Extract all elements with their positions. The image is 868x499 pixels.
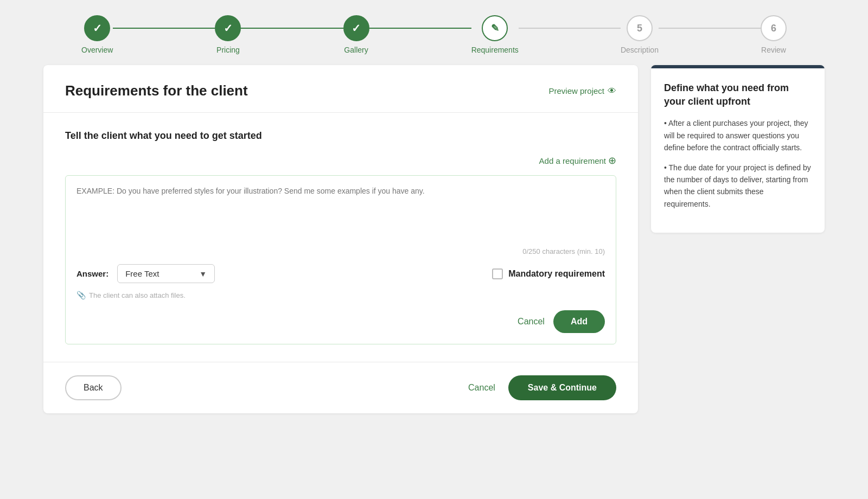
stepper: ✓ Overview ✓ Pricing ✓ Gallery ✎ Requ [81,15,787,54]
step-circle-pricing: ✓ [215,15,241,41]
main-layout: Requirements for the client Preview proj… [0,65,868,413]
eye-icon [608,86,616,96]
sidebar-text-2: • The due date for your project is defin… [664,162,812,210]
sidebar: Define what you need from your client up… [651,65,825,233]
section-title: Tell the client what you need to get sta… [65,130,262,142]
char-count: 0/250 characters (min. 10) [76,247,605,255]
chevron-down-icon: ▼ [199,270,207,278]
sidebar-card: Define what you need from your client up… [651,65,825,233]
step-label-requirements: Requirements [471,46,519,54]
step-requirements[interactable]: ✎ Requirements [471,15,519,54]
attach-note: The client can also attach files. [76,291,605,299]
add-requirement-link[interactable]: Add a requirement [65,155,616,167]
step-overview[interactable]: ✓ Overview [81,15,113,54]
line-4 [519,28,621,29]
add-button[interactable]: Add [553,310,605,333]
card-body: Tell the client what you need to get sta… [43,113,638,362]
line-1 [113,28,215,29]
main-card: Requirements for the client Preview proj… [43,65,638,413]
step-description[interactable]: 5 Description [621,15,659,54]
answer-label: Answer: [76,269,108,278]
step-pricing[interactable]: ✓ Pricing [215,15,241,54]
step-label-review: Review [761,46,786,54]
save-continue-button[interactable]: Save & Continue [508,375,616,400]
requirement-textarea[interactable] [76,187,605,241]
mandatory-label: Mandatory requirement [508,269,605,279]
step-label-pricing: Pricing [216,46,240,54]
footer-right: Cancel Save & Continue [468,375,616,400]
paperclip-icon [76,291,86,299]
line-2 [241,28,343,29]
stepper-container: ✓ Overview ✓ Pricing ✓ Gallery ✎ Requ [0,0,868,65]
step-gallery[interactable]: ✓ Gallery [343,15,369,54]
step-circle-requirements: ✎ [482,15,508,41]
cancel-footer-button[interactable]: Cancel [468,383,495,393]
line-5 [659,28,761,29]
step-circle-overview: ✓ [84,15,110,41]
step-label-description: Description [621,46,659,54]
step-label-overview: Overview [81,46,113,54]
step-circle-review: 6 [761,15,787,41]
card-header: Requirements for the client Preview proj… [43,65,638,113]
card-footer: Back Cancel Save & Continue [43,362,638,413]
answer-select-dropdown[interactable]: Free Text ▼ [117,264,215,283]
sidebar-text-1: • After a client purchases your project,… [664,117,812,153]
answer-row: Answer: Free Text ▼ Mandatory requiremen… [76,264,605,283]
step-circle-gallery: ✓ [343,15,369,41]
action-row: Cancel Add [76,310,605,333]
card-title: Requirements for the client [65,82,248,99]
sidebar-content: Define what you need from your client up… [651,68,825,233]
step-review[interactable]: 6 Review [761,15,787,54]
sidebar-title: Define what you need from your client up… [664,81,812,108]
step-circle-description: 5 [627,15,653,41]
cancel-inline-button[interactable]: Cancel [518,317,545,327]
plus-circle-icon [608,155,616,167]
preview-project-link[interactable]: Preview project [548,86,616,96]
back-button[interactable]: Back [65,375,122,400]
mandatory-section: Mandatory requirement [492,268,605,279]
line-3 [369,28,471,29]
requirement-box: 0/250 characters (min. 10) Answer: Free … [65,175,616,344]
step-label-gallery: Gallery [344,46,368,54]
mandatory-checkbox[interactable] [492,268,503,279]
